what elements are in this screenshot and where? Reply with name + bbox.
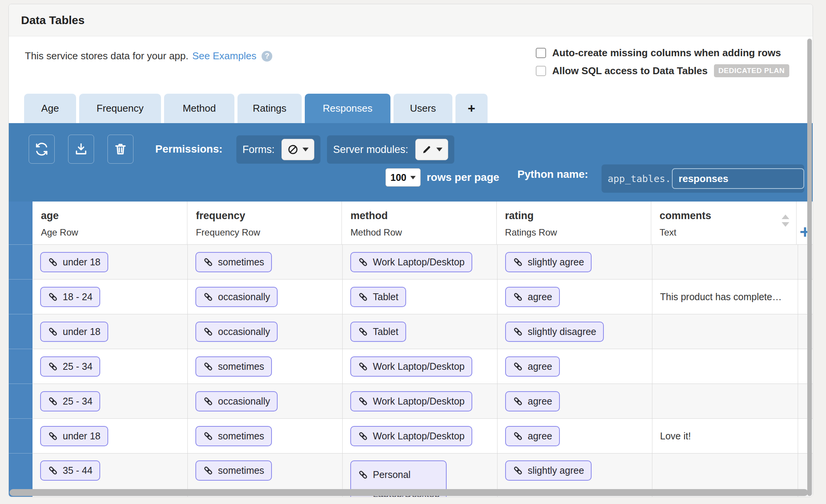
cell-comments[interactable]: This product has complete… <box>652 280 798 314</box>
cell-method[interactable]: Work Laptop/Desktop <box>343 384 498 418</box>
column-header-frequency[interactable]: frequency Frequency Row <box>187 202 342 244</box>
linked-row-chip[interactable]: slightly agree <box>505 460 592 481</box>
linked-row-chip[interactable]: Tablet <box>350 287 406 307</box>
column-header-age[interactable]: age Age Row <box>33 202 187 244</box>
delete-button[interactable] <box>107 135 133 164</box>
linked-row-chip[interactable]: agree <box>505 287 560 307</box>
cell-comments[interactable] <box>652 349 798 384</box>
cell-age[interactable]: 18 - 24 <box>33 280 188 314</box>
cell-method[interactable]: Tablet <box>343 314 498 349</box>
cell-frequency[interactable]: sometimes <box>188 245 343 279</box>
forms-permission-dropdown[interactable] <box>281 139 314 160</box>
cell-comments[interactable] <box>652 245 798 279</box>
linked-row-chip[interactable]: occasionally <box>195 287 278 307</box>
tab-frequency[interactable]: Frequency <box>79 94 161 123</box>
tab-ratings[interactable]: Ratings <box>237 94 302 123</box>
auto-create-checkbox[interactable] <box>536 48 546 58</box>
linked-row-chip[interactable]: under 18 <box>40 426 108 446</box>
row-handle[interactable] <box>9 384 33 419</box>
rows-per-page-select[interactable]: 100 <box>385 168 421 187</box>
cell-comments[interactable]: Love it! <box>652 419 798 453</box>
linked-row-chip[interactable]: agree <box>505 426 560 446</box>
cell-age[interactable]: under 18 <box>33 419 188 453</box>
link-icon <box>358 292 368 302</box>
linked-row-chip[interactable]: 35 - 44 <box>40 460 100 481</box>
cell-method[interactable]: Tablet <box>343 280 498 314</box>
horizontal-scrollbar[interactable] <box>10 489 808 496</box>
row-handle[interactable] <box>9 349 33 384</box>
table-grid: age Age Row frequency Frequency Row meth… <box>33 202 813 497</box>
cell-comments[interactable] <box>652 384 798 418</box>
cell-rating[interactable]: slightly disagree <box>498 314 652 349</box>
linked-row-chip[interactable]: slightly agree <box>505 252 592 272</box>
column-header-method[interactable]: method Method Row <box>342 202 496 244</box>
linked-row-chip[interactable]: slightly disagree <box>505 322 604 342</box>
cell-method[interactable]: Work Laptop/Desktop <box>343 349 498 384</box>
cell-frequency[interactable]: sometimes <box>188 419 343 453</box>
linked-row-chip[interactable]: under 18 <box>40 252 108 272</box>
link-icon <box>358 470 368 480</box>
cell-frequency[interactable]: occasionally <box>188 314 343 349</box>
linked-row-chip[interactable]: agree <box>505 391 560 411</box>
row-handle[interactable] <box>9 314 33 349</box>
tab-users[interactable]: Users <box>393 94 452 123</box>
linked-row-chip[interactable]: sometimes <box>195 252 272 272</box>
row-handle[interactable] <box>9 280 33 314</box>
cell-age[interactable]: under 18 <box>33 314 188 349</box>
linked-row-chip[interactable]: occasionally <box>195 322 278 342</box>
sql-access-option: Allow SQL access to Data Tables DEDICATE… <box>536 64 789 77</box>
refresh-button[interactable] <box>29 135 55 164</box>
cell-method[interactable]: Work Laptop/Desktop <box>343 245 498 279</box>
sort-icon[interactable] <box>782 215 789 227</box>
cell-rating[interactable]: agree <box>498 280 652 314</box>
server-modules-permission-dropdown[interactable] <box>415 139 448 160</box>
cell-rating[interactable]: agree <box>498 419 652 453</box>
cell-rating[interactable]: agree <box>498 384 652 418</box>
tab-age[interactable]: Age <box>24 94 76 123</box>
link-icon <box>358 396 368 406</box>
add-table-tab[interactable]: + <box>455 94 488 123</box>
see-examples-link[interactable]: See Examples <box>192 50 257 62</box>
column-header-comments[interactable]: comments Text <box>651 202 797 244</box>
row-handle[interactable] <box>9 419 33 454</box>
sql-access-checkbox[interactable] <box>536 66 546 76</box>
linked-row-chip[interactable]: sometimes <box>195 426 272 446</box>
linked-row-chip[interactable]: Work Laptop/Desktop <box>350 252 472 272</box>
cell-frequency[interactable]: occasionally <box>188 280 343 314</box>
linked-row-chip[interactable]: Work Laptop/Desktop <box>350 391 472 411</box>
link-icon <box>513 292 523 302</box>
cell-age[interactable]: under 18 <box>33 245 188 279</box>
row-handle[interactable] <box>9 245 33 280</box>
cell-comments[interactable] <box>652 314 798 349</box>
cell-method[interactable]: Work Laptop/Desktop <box>343 419 498 453</box>
table-tabs: Age Frequency Method Ratings Responses U… <box>24 94 488 123</box>
cell-frequency[interactable]: occasionally <box>188 384 343 418</box>
cell-frequency[interactable]: sometimes <box>188 349 343 384</box>
linked-row-chip[interactable]: agree <box>505 356 560 377</box>
server-modules-permission-group: Server modules: <box>327 135 454 164</box>
linked-row-chip[interactable]: Work Laptop/Desktop <box>350 356 472 377</box>
tab-method[interactable]: Method <box>164 94 234 123</box>
help-icon[interactable]: ? <box>262 51 272 62</box>
link-icon <box>48 361 58 372</box>
linked-row-chip[interactable]: 25 - 34 <box>40 356 100 377</box>
cell-rating[interactable]: agree <box>498 349 652 384</box>
linked-row-chip[interactable]: 18 - 24 <box>40 287 100 307</box>
cell-age[interactable]: 25 - 34 <box>33 349 188 384</box>
cell-rating[interactable]: slightly agree <box>498 245 652 279</box>
linked-row-chip[interactable]: sometimes <box>195 460 272 481</box>
download-button[interactable] <box>68 135 94 164</box>
vertical-scrollbar[interactable] <box>807 39 812 496</box>
chevron-down-icon <box>436 148 442 151</box>
linked-row-chip[interactable]: sometimes <box>195 356 272 377</box>
python-name-input[interactable]: responses <box>672 168 804 189</box>
tab-responses[interactable]: Responses <box>305 94 390 123</box>
linked-row-chip[interactable]: Tablet <box>350 322 406 342</box>
linked-row-chip[interactable]: under 18 <box>40 322 108 342</box>
top-section: This service stores data for your app. S… <box>9 36 813 123</box>
linked-row-chip[interactable]: Work Laptop/Desktop <box>350 426 472 446</box>
column-header-rating[interactable]: rating Ratings Row <box>497 202 651 244</box>
linked-row-chip[interactable]: 25 - 34 <box>40 391 100 411</box>
linked-row-chip[interactable]: occasionally <box>195 391 278 411</box>
cell-age[interactable]: 25 - 34 <box>33 384 188 418</box>
